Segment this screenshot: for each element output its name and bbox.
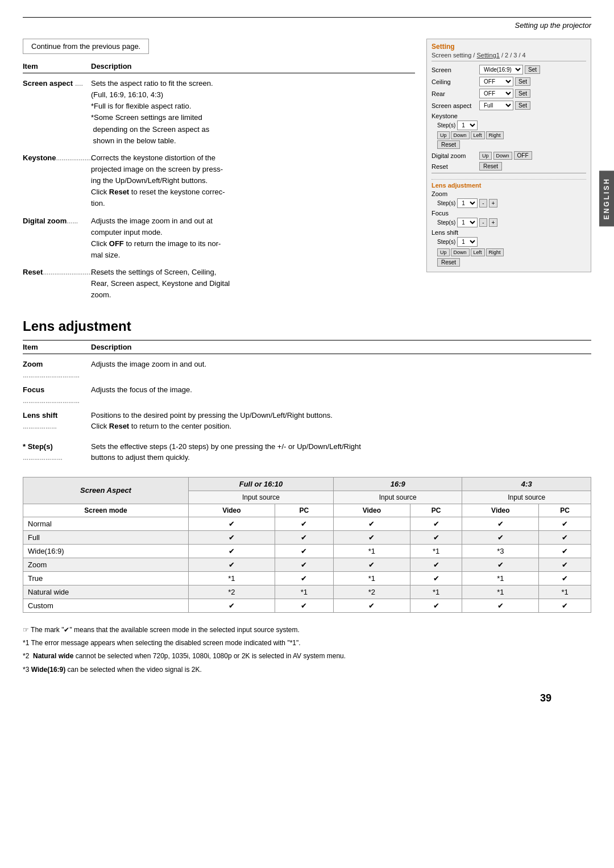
screen-aspect-select[interactable]: Full [479,101,513,110]
col-4-3: 4:3 [462,477,591,491]
page-number: 39 [540,692,551,704]
zoom-steps-select[interactable]: 1 [457,198,478,208]
table-row: Normal ✔ ✔ ✔ ✔ ✔ ✔ [23,517,591,530]
table-row: Wide(16:9) ✔ ✔ *1 *1 *3 ✔ [23,544,591,558]
mode-wide169: Wide(16:9) [23,544,189,558]
zoom-minus-btn[interactable]: - [479,199,487,207]
full-p1: ✔ [275,530,333,544]
digital-zoom-up-btn[interactable]: Up [479,152,492,160]
zoom-v2: ✔ [333,558,410,571]
setting-label-reset: Reset [432,163,477,170]
col-screen-aspect: Screen Aspect [23,477,189,504]
screen-set-btn[interactable]: Set [525,65,540,74]
col-item: Item [23,62,85,70]
digital-zoom-down-btn[interactable]: Down [493,152,512,160]
custom-p2: ✔ [410,599,462,612]
lens-shift-reset-btn[interactable]: Reset [437,258,460,267]
nw-v3: *1 [462,585,539,599]
lens-shift-left-btn[interactable]: Left [471,248,485,256]
ceiling-select[interactable]: OFF [479,77,513,86]
top-table-header: Item Description [23,62,415,73]
setting-controls-reset[interactable]: Reset [479,162,586,171]
custom-v1: ✔ [189,599,275,612]
full-p2: ✔ [410,530,462,544]
keystone-down-btn[interactable]: Down [451,131,470,139]
lens-shift-dir-buttons: Up Down Left Right [437,248,504,256]
lens-shift-steps-select[interactable]: 1 [457,237,478,247]
zoom-steps-label: Step(s) [437,200,455,206]
zoom-label: Zoom [432,190,586,197]
page-header-text: Setting up the projector [515,21,591,30]
lens-items: Zoom ………………………… Adjusts the image zoom i… [23,359,591,432]
continue-box-label: Continue from the previous page. [31,42,140,51]
setting-label-ceiling: Ceiling [432,78,477,85]
setting-label-screen-aspect: Screen aspect [432,102,477,109]
setting-row-reset: Reset Reset [432,162,586,171]
nw-v2: *2 [333,585,410,599]
video-3-header: Video [462,504,539,517]
mode-custom: Custom [23,599,189,612]
item-desc-digital-zoom: Adjusts the image zoom in and out at com… [91,215,415,261]
true-v1: *1 [189,571,275,585]
keystone-dir-row: Up Down Left Right [437,131,586,139]
setting-keystone-section: Keystone Step(s) 1 Up Down Left Right [432,113,586,149]
true-v3: *1 [462,571,539,585]
lens-focus-desc: Adjusts the focus of the image. [91,384,591,406]
normal-v1: ✔ [189,517,275,530]
keystone-steps-select[interactable]: 1 [457,121,478,130]
item-desc-reset: Resets the settings of Screen, Ceiling, … [91,267,415,301]
table-row: Zoom ✔ ✔ ✔ ✔ ✔ ✔ [23,558,591,571]
setting-row-digital-zoom: Digital zoom Up Down OFF [432,151,586,160]
keystone-reset-btn[interactable]: Reset [437,140,460,149]
list-item: Focus ………………………… Adjusts the focus of th… [23,384,591,406]
rear-select[interactable]: OFF [479,89,513,98]
screen-select[interactable]: Wide(16:9) [479,65,523,74]
lens-adjustment-title: Lens adjustment [23,318,591,334]
keystone-right-btn[interactable]: Right [486,131,504,139]
setting-controls-rear[interactable]: OFF Set [479,89,586,98]
zoom-plus-btn[interactable]: + [489,199,498,207]
list-item: Digital zoom…… Adjusts the image zoom in… [23,215,415,261]
input-source-3: Input source [462,491,591,504]
input-source-2: Input source [333,491,462,504]
setting-controls-ceiling[interactable]: OFF Set [479,77,586,86]
lens-shift-right-btn[interactable]: Right [486,248,504,256]
full-v2: ✔ [333,530,410,544]
lens-shift-dir-row: Up Down Left Right [437,248,586,256]
item-desc-screen-aspect: Sets the aspect ratio to fit the screen.… [91,78,415,147]
wide-p3: ✔ [539,544,591,558]
zoom-controls: Step(s) 1 - + [437,198,586,208]
setting-panel: Setting Screen setting / Setting1 / 2 / … [426,39,591,307]
ceiling-set-btn[interactable]: Set [515,77,530,86]
footer-note-0: ☞ The mark "✔" means that the available … [23,624,591,636]
keystone-left-btn[interactable]: Left [471,131,485,139]
lens-shift-down-btn[interactable]: Down [451,248,470,256]
setting-reset-btn[interactable]: Reset [479,162,502,171]
keystone-up-btn[interactable]: Up [437,131,450,139]
lens-focus-name: Focus ………………………… [23,384,85,406]
zoom-v3: ✔ [462,558,539,571]
focus-minus-btn[interactable]: - [479,218,487,227]
focus-steps-select[interactable]: 1 [457,218,478,227]
setting-panel-title: Setting [432,43,586,51]
keystone-steps-row: Step(s) 1 [437,121,586,130]
table-row: Full ✔ ✔ ✔ ✔ ✔ ✔ [23,530,591,544]
custom-v2: ✔ [333,599,410,612]
rear-set-btn[interactable]: Set [515,89,530,98]
screen-aspect-set-btn[interactable]: Set [515,101,530,110]
setting-controls-screen[interactable]: Wide(16:9) Set [479,65,586,74]
pc-1-header: PC [275,504,333,517]
col-full-16-10: Full or 16:10 [189,477,334,491]
digital-zoom-off-btn[interactable]: OFF [514,151,532,160]
input-source-1: Input source [189,491,334,504]
list-item: Zoom ………………………… Adjusts the image zoom i… [23,359,591,381]
setting-controls-screen-aspect[interactable]: Full Set [479,101,586,110]
col-16-9: 16:9 [333,477,462,491]
zoom-p2: ✔ [410,558,462,571]
video-1-header: Video [189,504,275,517]
item-name-keystone: Keystone………………… [23,152,85,210]
lens-table-header: Item Description [23,340,591,354]
focus-plus-btn[interactable]: + [489,218,498,227]
lens-shift-up-btn[interactable]: Up [437,248,450,256]
custom-p1: ✔ [275,599,333,612]
